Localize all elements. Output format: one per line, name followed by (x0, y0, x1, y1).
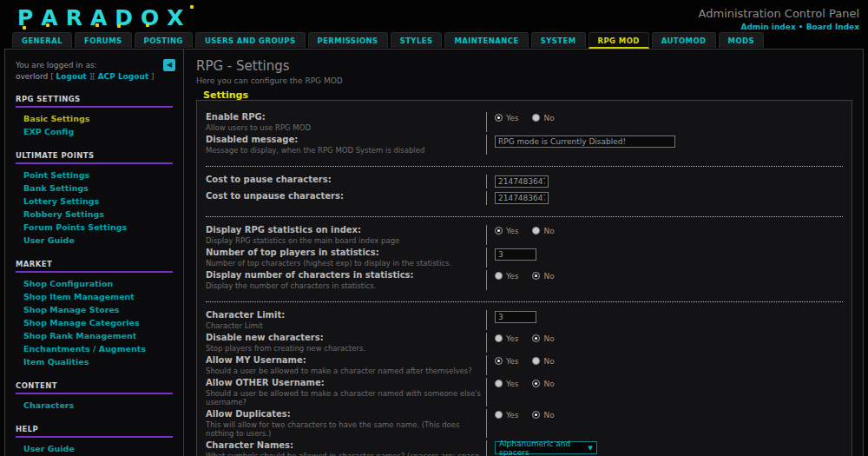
tab-maintenance[interactable]: MAINTENANCE (444, 32, 528, 48)
tab-bar: GENERALFORUMSPOSTINGUSERS AND GROUPSPERM… (12, 30, 766, 49)
header: PARADOX Administration Control Panel Adm… (0, 0, 868, 49)
setting-label-cell: Cost to unpause characters: (206, 191, 486, 205)
radio-no[interactable] (532, 272, 540, 280)
bracket: [ (50, 72, 54, 81)
tab-users-and-groups[interactable]: USERS AND GROUPS (195, 32, 306, 48)
menu-rule (16, 436, 173, 438)
setting-label: Cost to unpause characters: (206, 191, 486, 202)
radio-yes[interactable] (495, 357, 503, 365)
tab-automod[interactable]: AUTOMOD (652, 32, 716, 48)
tab-forums[interactable]: FORUMS (75, 32, 131, 48)
text-input-character-limit[interactable] (495, 311, 536, 323)
logo-letter: D (115, 5, 141, 30)
radio-label-yes: Yes (506, 113, 519, 123)
sidebar-item-shop-manage-stores[interactable]: Shop Manage Stores (16, 303, 173, 316)
text-input-cost-to-pause-characters[interactable] (495, 175, 549, 188)
setting-control-cell: Alphanumeric and spacers▼ (486, 440, 843, 456)
logout-link[interactable]: Logout (56, 72, 87, 81)
radio-yes[interactable] (495, 411, 503, 419)
radio-label-no: No (543, 379, 554, 389)
sidebar-item-exp-config[interactable]: EXP Config (16, 125, 173, 138)
radio-yes[interactable] (495, 272, 503, 280)
radio-label-yes: Yes (506, 271, 519, 281)
setting-description: Number of top characters (highest exp) t… (206, 259, 486, 268)
menu-section-ultimate-points: ULTIMATE POINTSPoint SettingsBank Settin… (16, 151, 173, 247)
sidebar-item-robbery-settings[interactable]: Robbery Settings (16, 208, 173, 221)
sidebar-item-shop-configuration[interactable]: Shop Configuration (16, 277, 173, 290)
sidebar-item-shop-manage-categories[interactable]: Shop Manage Categories (16, 316, 173, 329)
logo-letter: R (66, 5, 90, 30)
tab-posting[interactable]: POSTING (135, 32, 193, 48)
radio-yes[interactable] (495, 227, 503, 235)
sidebar-item-enchantments-augments[interactable]: Enchantments / Augments (16, 342, 173, 355)
sidebar-item-characters[interactable]: Characters (16, 399, 173, 412)
menu-rule (16, 393, 173, 394)
setting-label: Display number of characters in statisti… (206, 270, 486, 281)
acp-logout-link[interactable]: ACP Logout (98, 72, 149, 81)
settings-rows: Enable RPG:Allow users to use RPG MODYes… (206, 112, 843, 456)
setting-row-disabled-message: Disabled message:Message to display, whe… (206, 135, 843, 155)
tab-permissions[interactable]: PERMISSIONS (308, 32, 388, 48)
setting-label-cell: Display RPG statistics on index:Display … (206, 225, 486, 245)
tab-general[interactable]: GENERAL (12, 32, 72, 48)
sidebar-item-item-qualities[interactable]: Item Qualities (16, 355, 173, 368)
radio-no[interactable] (532, 411, 540, 419)
text-input-cost-to-unpause-characters[interactable] (495, 192, 549, 204)
setting-description: Display RPG statistics on the main board… (206, 236, 486, 245)
setting-label: Number of top players in statistics: (206, 248, 486, 258)
setting-label-cell: Allow Duplicates:This will allow for two… (206, 409, 486, 438)
radio-no[interactable] (532, 380, 540, 387)
radio-label-no: No (543, 113, 554, 123)
sidebar-item-bank-settings[interactable]: Bank Settings (16, 182, 173, 195)
sidebar-item-user-guide[interactable]: User Guide (16, 234, 173, 247)
setting-label-cell: Number of top players in statistics:Numb… (206, 248, 486, 268)
setting-control-cell (486, 191, 843, 205)
tab-mods[interactable]: MODS (719, 32, 764, 48)
radio-label-no: No (543, 356, 554, 367)
radio-no[interactable] (532, 357, 540, 365)
sidebar-item-shop-item-management[interactable]: Shop Item Management (16, 290, 173, 303)
radio-yes[interactable] (495, 334, 503, 342)
setting-control-cell: YesNo (486, 333, 843, 353)
setting-label: Display RPG statistics on index: (206, 225, 486, 235)
setting-row-number-of-top-players-in-statistics: Number of top players in statistics:Numb… (206, 248, 843, 268)
setting-label: Cost to pause characters: (206, 175, 486, 185)
radio-label-no: No (543, 410, 554, 420)
sidebar-item-user-guide[interactable]: User Guide (16, 442, 173, 455)
setting-description: Stop players from creating new character… (206, 344, 486, 353)
setting-row-allow-other-username: Allow OTHER Username:Should a user be al… (206, 378, 843, 406)
tab-styles[interactable]: STYLES (391, 32, 443, 48)
setting-label-cell: Character Names:What symbols should be a… (206, 440, 486, 456)
radio-yes[interactable] (495, 114, 503, 122)
tab-rpg-mod[interactable]: RPG MOD (589, 32, 649, 49)
setting-label-cell: Display number of characters in statisti… (206, 270, 486, 290)
board-index-link[interactable]: Board Index (806, 23, 859, 31)
radio-yes[interactable] (495, 380, 503, 387)
setting-description: Should a user be allowed to make a chara… (206, 367, 486, 375)
collapse-left-icon: ◀ (167, 61, 172, 69)
sidebar-item-shop-rank-management[interactable]: Shop Rank Management (16, 329, 173, 342)
sidebar: ◀ You are logged in as: overlord [ Logou… (5, 50, 184, 456)
sidebar-item-forum-points-settings[interactable]: Forum Points Settings (16, 221, 173, 234)
setting-label: Character Limit: (206, 310, 486, 321)
setting-row-disable-new-characters: Disable new characters:Stop players from… (206, 333, 843, 353)
sidebar-item-lottery-settings[interactable]: Lottery Settings (16, 195, 173, 208)
setting-label: Enable RPG: (206, 112, 486, 122)
setting-label-cell: Cost to pause characters: (206, 175, 486, 188)
text-input-number-of-top-players-in-statistics[interactable] (495, 248, 536, 261)
radio-no[interactable] (532, 114, 540, 122)
text-input-disabled-message[interactable] (495, 135, 675, 148)
page-title: RPG - Settings (196, 58, 852, 74)
setting-label-cell: Enable RPG:Allow users to use RPG MOD (206, 112, 486, 132)
menu-rule (16, 162, 173, 164)
setting-row-cost-to-pause-characters: Cost to pause characters: (206, 175, 843, 188)
radio-no[interactable] (532, 334, 540, 342)
setting-control-cell: YesNo (486, 270, 843, 290)
radio-no[interactable] (532, 227, 540, 235)
sidebar-collapse-button[interactable]: ◀ (163, 59, 175, 71)
tab-system[interactable]: SYSTEM (531, 32, 586, 48)
select-character-names[interactable]: Alphanumeric and spacers▼ (495, 441, 597, 454)
sidebar-item-point-settings[interactable]: Point Settings (16, 169, 173, 182)
sidebar-item-basic-settings[interactable]: Basic Settings (16, 112, 173, 125)
setting-control-cell: YesNo (486, 378, 843, 406)
